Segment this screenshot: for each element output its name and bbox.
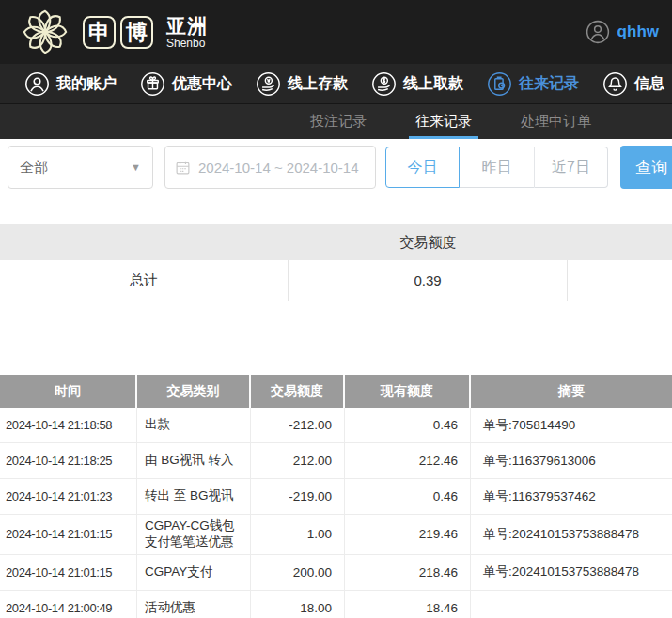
summary-total-label: 总计 <box>0 260 289 301</box>
header-balance: 现有额度 <box>345 375 471 408</box>
nav-label: 线上取款 <box>403 74 463 94</box>
nav-item-my-account[interactable]: 我的账户 <box>24 71 117 97</box>
deposit-icon <box>256 71 281 97</box>
cell-type: 转出 至 BG视讯 <box>137 479 251 514</box>
calendar-icon <box>175 160 191 176</box>
nav-label: 我的账户 <box>56 74 117 94</box>
cell-balance: 212.46 <box>345 443 471 478</box>
table-row: 2024-10-14 21:01:15 CGPAY支付 200.00 218.4… <box>0 555 672 591</box>
summary-empty-cell <box>568 260 672 301</box>
brand-char-1: 申 <box>83 16 116 49</box>
quick-filter-yesterday[interactable]: 昨日 <box>460 147 534 188</box>
table-row: 2024-10-14 21:18:58 出款 -212.00 0.46 单号:7… <box>0 408 672 443</box>
cell-balance: 218.46 <box>345 555 471 590</box>
cell-balance: 219.46 <box>345 515 471 554</box>
transactions-table: 时间 交易类别 交易额度 现有额度 摘要 2024-10-14 21:18:58… <box>0 375 672 618</box>
summary-header-row: 交易额度 <box>0 224 672 260</box>
brand-name-boxes: 申 博 <box>83 16 153 49</box>
cell-type: CGPAY支付 <box>137 555 251 590</box>
nav-item-withdraw[interactable]: 线上取款 <box>371 71 463 97</box>
table-row: 2024-10-14 21:18:25 由 BG视讯 转入 212.00 212… <box>0 443 672 479</box>
brand-char-2: 博 <box>120 16 153 49</box>
header-memo: 摘要 <box>471 375 672 408</box>
table-row: 2024-10-14 21:01:15 CGPAY-CG钱包支付笔笔送优惠 1.… <box>0 515 672 555</box>
cell-time: 2024-10-14 21:01:23 <box>0 479 137 514</box>
username[interactable]: qhhw <box>617 23 659 41</box>
main-navigation: 我的账户 优惠中心 线上存款 <box>0 64 672 103</box>
header-type: 交易类别 <box>137 375 251 408</box>
filter-bar: 全部 ▼ 2024-10-14 ~ 2024-10-14 今日 昨日 近7日 查… <box>0 139 672 189</box>
gift-icon <box>140 71 165 97</box>
summary-header-label: 交易额度 <box>289 234 568 252</box>
cell-type: CGPAY-CG钱包支付笔笔送优惠 <box>137 515 251 554</box>
quick-filter-last7days[interactable]: 近7日 <box>534 147 608 188</box>
table-header-row: 时间 交易类别 交易额度 现有额度 摘要 <box>0 375 672 408</box>
brand-subtitle: Shenbo <box>166 38 208 49</box>
cell-memo <box>471 591 672 618</box>
category-selected-value: 全部 <box>20 159 48 177</box>
summary-table: 交易额度 总计 0.39 <box>0 224 672 301</box>
cell-memo: 单号:705814490 <box>471 408 672 442</box>
cell-amount: -219.00 <box>251 479 345 514</box>
cell-type: 活动优惠 <box>137 591 251 618</box>
flower-logo-icon <box>19 6 71 58</box>
cell-memo: 单号:116379537462 <box>471 479 672 514</box>
category-select[interactable]: 全部 ▼ <box>8 146 153 189</box>
cell-balance: 0.46 <box>345 479 471 514</box>
cell-time: 2024-10-14 21:18:25 <box>0 443 137 478</box>
top-bar: 申 博 亚洲 Shenbo qhhw <box>0 0 672 64</box>
quick-date-filters: 今日 昨日 近7日 <box>385 147 608 188</box>
nav-item-deposit[interactable]: 线上存款 <box>256 71 348 97</box>
nav-item-transaction-records[interactable]: 往来记录 <box>487 71 579 97</box>
account-icon <box>24 71 50 97</box>
bell-icon <box>602 71 628 97</box>
cell-amount: 1.00 <box>251 515 345 554</box>
nav-label: 往来记录 <box>519 74 579 94</box>
user-avatar-icon <box>586 20 610 44</box>
tab-betting-records[interactable]: 投注记录 <box>310 104 367 139</box>
cell-type: 由 BG视讯 转入 <box>137 443 251 478</box>
cell-amount: 18.00 <box>251 591 345 618</box>
brand-region: 亚洲 Shenbo <box>166 16 208 49</box>
header-time: 时间 <box>0 375 137 408</box>
user-account[interactable]: qhhw <box>586 20 659 44</box>
nav-label: 线上存款 <box>288 74 348 94</box>
brand-region-cn: 亚洲 <box>166 16 208 36</box>
cell-amount: -212.00 <box>251 408 345 442</box>
cell-time: 2024-10-14 21:00:49 <box>0 591 137 618</box>
tab-transaction-records[interactable]: 往来记录 <box>415 104 472 139</box>
header-amount: 交易额度 <box>251 375 345 408</box>
cell-time: 2024-10-14 21:01:15 <box>0 555 137 590</box>
date-range-input[interactable]: 2024-10-14 ~ 2024-10-14 <box>164 146 376 189</box>
nav-label: 优惠中心 <box>172 74 232 94</box>
tab-pending-orders[interactable]: 处理中订单 <box>521 104 591 139</box>
summary-total-row: 总计 0.39 <box>0 260 672 301</box>
table-row: 2024-10-14 21:00:49 活动优惠 18.00 18.46 <box>0 591 672 618</box>
cell-amount: 200.00 <box>251 555 345 590</box>
cell-balance: 0.46 <box>345 408 471 442</box>
cell-amount: 212.00 <box>251 443 345 478</box>
nav-label: 信息 <box>634 74 664 94</box>
cell-memo: 单号:116379613006 <box>471 443 672 478</box>
records-icon <box>487 71 512 97</box>
quick-filter-today[interactable]: 今日 <box>385 147 460 188</box>
table-row: 2024-10-14 21:01:23 转出 至 BG视讯 -219.00 0.… <box>0 479 672 515</box>
search-button[interactable]: 查询 <box>620 146 672 189</box>
cell-balance: 18.46 <box>345 591 471 618</box>
withdraw-icon <box>371 71 397 97</box>
date-range-value: 2024-10-14 ~ 2024-10-14 <box>198 160 359 176</box>
cell-memo: 单号:202410153753888478 <box>471 555 672 590</box>
summary-total-value: 0.39 <box>289 260 568 301</box>
nav-item-promotions[interactable]: 优惠中心 <box>140 71 232 97</box>
cell-time: 2024-10-14 21:01:15 <box>0 515 137 554</box>
nav-item-messages[interactable]: 信息 <box>602 71 664 97</box>
brand-logo[interactable]: 申 博 亚洲 Shenbo <box>19 6 208 58</box>
cell-memo: 单号:202410153753888478 <box>471 515 672 554</box>
record-tabs: 投注记录 往来记录 处理中订单 <box>0 103 672 139</box>
chevron-down-icon: ▼ <box>131 162 141 173</box>
cell-type: 出款 <box>137 408 251 442</box>
cell-time: 2024-10-14 21:18:58 <box>0 408 137 442</box>
